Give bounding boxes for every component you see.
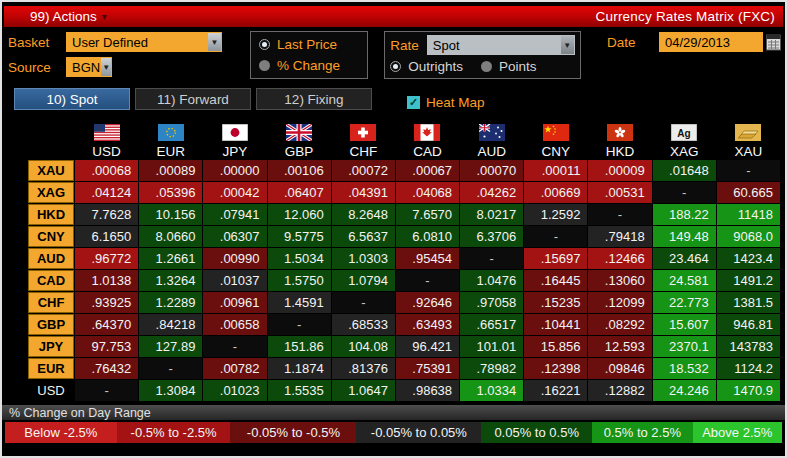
- cell-eur-jpy[interactable]: .00782: [203, 358, 266, 379]
- cell-eur-xau[interactable]: 1124.2: [717, 358, 780, 379]
- date-field[interactable]: 04/29/2013: [659, 32, 763, 52]
- cell-hkd-jpy[interactable]: .07941: [203, 204, 266, 225]
- tab-forward[interactable]: 11) Forward: [135, 88, 251, 110]
- cell-eur-cad[interactable]: .75391: [396, 358, 459, 379]
- cell-gbp-cad[interactable]: .63493: [396, 314, 459, 335]
- cell-cny-jpy[interactable]: .06307: [203, 226, 266, 247]
- cell-usd-gbp[interactable]: 1.5535: [268, 380, 331, 401]
- cell-xag-cny[interactable]: .00669: [524, 182, 587, 203]
- cell-hkd-cny[interactable]: 1.2592: [524, 204, 587, 225]
- cell-usd-jpy[interactable]: .01023: [203, 380, 266, 401]
- cell-cad-cny[interactable]: .16445: [524, 270, 587, 291]
- cell-aud-hkd[interactable]: .12466: [588, 248, 651, 269]
- column-header-chf[interactable]: CHF: [332, 113, 395, 159]
- cell-jpy-hkd[interactable]: 12.593: [588, 336, 651, 357]
- cell-xag-xag[interactable]: -: [653, 182, 716, 203]
- cell-chf-gbp[interactable]: 1.4591: [268, 292, 331, 313]
- cell-xag-hkd[interactable]: .00531: [588, 182, 651, 203]
- cell-gbp-eur[interactable]: .84218: [139, 314, 202, 335]
- chevron-down-icon[interactable]: [101, 58, 111, 76]
- cell-chf-hkd[interactable]: .12099: [588, 292, 651, 313]
- cell-cny-gbp[interactable]: 9.5775: [268, 226, 331, 247]
- cell-hkd-xau[interactable]: 11418: [717, 204, 780, 225]
- rate-dropdown[interactable]: Spot: [427, 35, 575, 55]
- radio-last-price[interactable]: Last Price: [259, 35, 359, 55]
- cell-usd-xau[interactable]: 1470.9: [717, 380, 780, 401]
- cell-aud-cny[interactable]: .15697: [524, 248, 587, 269]
- cell-eur-aud[interactable]: .78982: [460, 358, 523, 379]
- cell-jpy-cad[interactable]: 96.421: [396, 336, 459, 357]
- cell-usd-cny[interactable]: .16221: [524, 380, 587, 401]
- cell-usd-hkd[interactable]: .12882: [588, 380, 651, 401]
- cell-eur-eur[interactable]: -: [139, 358, 202, 379]
- cell-eur-chf[interactable]: .81376: [332, 358, 395, 379]
- cell-gbp-usd[interactable]: .64370: [75, 314, 138, 335]
- cell-cny-cad[interactable]: 6.0810: [396, 226, 459, 247]
- cell-xau-jpy[interactable]: .00000: [203, 160, 266, 181]
- cell-xau-xau[interactable]: -: [717, 160, 780, 181]
- cell-chf-chf[interactable]: -: [332, 292, 395, 313]
- cell-usd-eur[interactable]: 1.3084: [139, 380, 202, 401]
- row-header-chf[interactable]: CHF: [28, 292, 74, 313]
- column-header-usd[interactable]: USD: [75, 113, 138, 159]
- cell-cny-cny[interactable]: -: [524, 226, 587, 247]
- cell-aud-xau[interactable]: 1423.4: [717, 248, 780, 269]
- cell-cny-xau[interactable]: 9068.0: [717, 226, 780, 247]
- cell-cny-usd[interactable]: 6.1650: [75, 226, 138, 247]
- row-header-hkd[interactable]: HKD: [28, 204, 74, 225]
- column-header-hkd[interactable]: HKD: [588, 113, 651, 159]
- row-header-eur[interactable]: EUR: [28, 358, 74, 379]
- row-header-cny[interactable]: CNY: [28, 226, 74, 247]
- cell-aud-xag[interactable]: 23.464: [653, 248, 716, 269]
- cell-aud-eur[interactable]: 1.2661: [139, 248, 202, 269]
- cell-aud-gbp[interactable]: 1.5034: [268, 248, 331, 269]
- cell-eur-hkd[interactable]: .09846: [588, 358, 651, 379]
- column-header-cny[interactable]: CNY: [524, 113, 587, 159]
- column-header-gbp[interactable]: GBP: [268, 113, 331, 159]
- source-dropdown[interactable]: BGN: [66, 57, 112, 77]
- cell-jpy-aud[interactable]: 101.01: [460, 336, 523, 357]
- actions-menu-button[interactable]: 99) Actions ▾: [30, 9, 107, 24]
- cell-cny-xag[interactable]: 149.48: [653, 226, 716, 247]
- cell-xau-chf[interactable]: .00072: [332, 160, 395, 181]
- cell-hkd-hkd[interactable]: -: [588, 204, 651, 225]
- cell-jpy-gbp[interactable]: 151.86: [268, 336, 331, 357]
- cell-gbp-jpy[interactable]: .00658: [203, 314, 266, 335]
- cell-xau-cny[interactable]: .00011: [524, 160, 587, 181]
- cell-xau-aud[interactable]: .00070: [460, 160, 523, 181]
- cell-cad-cad[interactable]: -: [396, 270, 459, 291]
- cell-eur-cny[interactable]: .12398: [524, 358, 587, 379]
- cell-cny-chf[interactable]: 6.5637: [332, 226, 395, 247]
- cell-chf-usd[interactable]: .93925: [75, 292, 138, 313]
- radio-percent-change[interactable]: % Change: [259, 56, 359, 76]
- cell-cad-eur[interactable]: 1.3264: [139, 270, 202, 291]
- cell-jpy-jpy[interactable]: -: [203, 336, 266, 357]
- cell-aud-aud[interactable]: -: [460, 248, 523, 269]
- column-header-eur[interactable]: EUR: [139, 113, 202, 159]
- cell-usd-chf[interactable]: 1.0647: [332, 380, 395, 401]
- cell-cad-usd[interactable]: 1.0138: [75, 270, 138, 291]
- column-header-xag[interactable]: AgXAG: [653, 113, 716, 159]
- heat-map-toggle[interactable]: Heat Map: [407, 95, 485, 110]
- radio-points[interactable]: Points: [481, 56, 537, 76]
- cell-hkd-gbp[interactable]: 12.060: [268, 204, 331, 225]
- cell-gbp-chf[interactable]: .68533: [332, 314, 395, 335]
- row-header-xag[interactable]: XAG: [28, 182, 74, 203]
- cell-xau-eur[interactable]: .00089: [139, 160, 202, 181]
- cell-usd-xag[interactable]: 24.246: [653, 380, 716, 401]
- cell-xag-jpy[interactable]: .00042: [203, 182, 266, 203]
- row-header-usd[interactable]: USD: [28, 380, 74, 401]
- cell-cad-chf[interactable]: 1.0794: [332, 270, 395, 291]
- column-header-aud[interactable]: AUD: [460, 113, 523, 159]
- cell-cad-hkd[interactable]: .13060: [588, 270, 651, 291]
- cell-aud-usd[interactable]: .96772: [75, 248, 138, 269]
- cell-gbp-xau[interactable]: 946.81: [717, 314, 780, 335]
- cell-xau-xag[interactable]: .01648: [653, 160, 716, 181]
- cell-jpy-xag[interactable]: 2370.1: [653, 336, 716, 357]
- cell-cad-xag[interactable]: 24.581: [653, 270, 716, 291]
- cell-hkd-aud[interactable]: 8.0217: [460, 204, 523, 225]
- cell-gbp-xag[interactable]: 15.607: [653, 314, 716, 335]
- cell-jpy-chf[interactable]: 104.08: [332, 336, 395, 357]
- cell-xag-xau[interactable]: 60.665: [717, 182, 780, 203]
- cell-hkd-xag[interactable]: 188.22: [653, 204, 716, 225]
